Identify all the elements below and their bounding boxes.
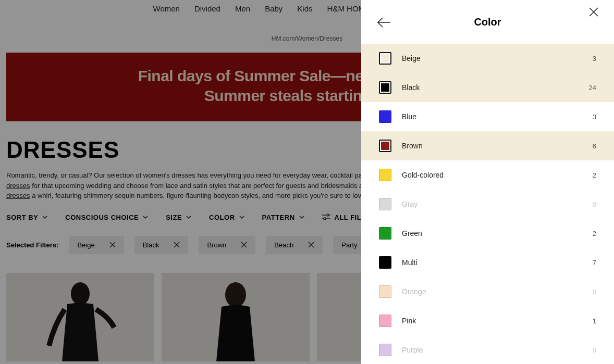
color-name: Orange [402,287,593,296]
color-option-beige[interactable]: Beige3 [361,44,614,73]
close-icon[interactable] [589,7,598,17]
color-swatch [379,140,391,152]
color-count: 1 [593,317,596,325]
color-count: 2 [593,171,596,179]
color-name: Purple [402,346,593,354]
color-count: 0 [593,200,596,208]
panel-title: Color [474,16,501,28]
color-option-multi[interactable]: Multi7 [361,248,614,277]
color-option-purple: Purple0 [361,335,614,364]
color-option-pink[interactable]: Pink1 [361,306,614,335]
color-count: 3 [593,55,596,62]
color-option-black[interactable]: Black24 [361,73,614,102]
color-option-brown[interactable]: Brown6 [361,131,614,160]
color-options-list[interactable]: Beige3Black24Blue3Brown6Gold-colored2Gra… [361,44,614,364]
color-swatch [379,110,391,123]
color-filter-panel: Color Beige3Black24Blue3Brown6Gold-color… [361,0,614,364]
color-name: Blue [402,112,593,121]
color-option-green[interactable]: Green2 [361,219,614,248]
color-name: Gray [402,200,593,208]
color-swatch [379,52,391,65]
color-name: Green [402,229,593,237]
color-swatch [379,256,391,269]
color-count: 0 [593,346,596,354]
color-count: 2 [593,230,596,237]
color-name: Gold-colored [402,171,593,179]
color-count: 3 [593,113,596,121]
color-swatch [379,344,391,356]
color-name: Pink [402,317,593,325]
back-arrow-icon[interactable] [377,17,390,28]
color-name: Black [402,83,589,92]
color-count: 6 [593,142,596,150]
color-option-gold-colored[interactable]: Gold-colored2 [361,160,614,190]
color-option-orange: Orange0 [361,277,614,306]
color-swatch [379,227,391,240]
color-count: 7 [593,259,596,267]
color-count: 24 [589,84,596,92]
color-option-gray: Gray0 [361,190,614,219]
panel-header: Color [361,0,614,44]
color-count: 0 [593,288,596,296]
color-swatch [379,198,391,210]
color-name: Brown [402,142,593,150]
color-swatch [379,81,391,94]
color-option-blue[interactable]: Blue3 [361,102,614,131]
color-swatch [379,285,391,298]
color-swatch [379,315,391,327]
color-name: Multi [402,258,593,267]
color-swatch [379,169,391,181]
color-name: Beige [402,54,593,62]
